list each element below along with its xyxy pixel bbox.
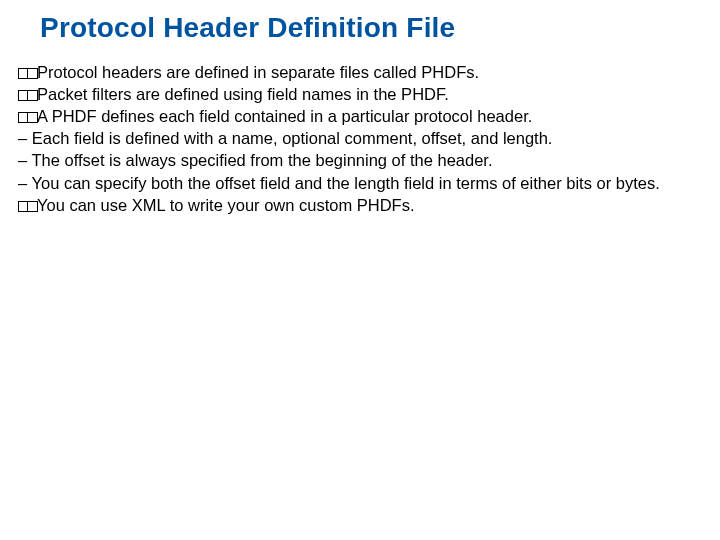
line-text: – You can specify both the offset field … [18, 174, 660, 192]
slide: Protocol Header Definition File Protocol… [0, 0, 720, 540]
bullet-line: A PHDF defines each field contained in a… [18, 106, 702, 127]
line-text: Packet filters are defined using field n… [37, 85, 449, 103]
bullet-line: Protocol headers are defined in separate… [18, 62, 702, 83]
line-text: A PHDF defines each field contained in a… [37, 107, 532, 125]
line-text: Protocol headers are defined in separate… [37, 63, 479, 81]
sub-line: – Each field is defined with a name, opt… [18, 128, 702, 149]
sub-line: – The offset is always specified from th… [18, 150, 702, 171]
bullet-line: Packet filters are defined using field n… [18, 84, 702, 105]
sub-line: – You can specify both the offset field … [18, 173, 702, 194]
line-text: – The offset is always specified from th… [18, 151, 493, 169]
slide-title: Protocol Header Definition File [40, 12, 455, 44]
slide-body: Protocol headers are defined in separate… [18, 62, 702, 217]
bullet-line: You can use XML to write your own custom… [18, 195, 702, 216]
line-text: You can use XML to write your own custom… [37, 196, 415, 214]
line-text: – Each field is defined with a name, opt… [18, 129, 552, 147]
